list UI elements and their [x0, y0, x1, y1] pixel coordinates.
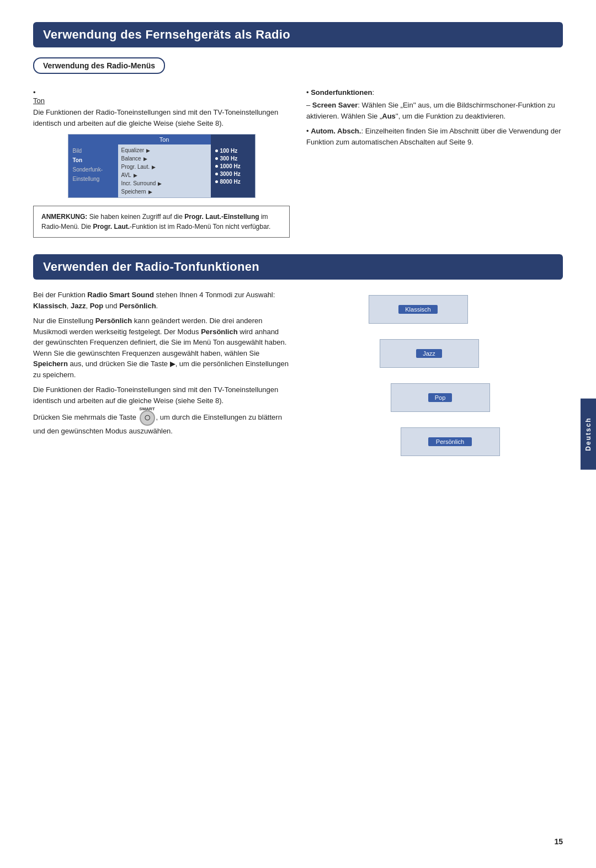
- menu-right-panel: 100 Hz 300 Hz 1000 Hz 3000 Hz 8000 Hz: [211, 135, 255, 197]
- menu-avl: AVL ▶: [121, 172, 207, 179]
- ton-bullet: Ton Die Funktionen der Radio-Toneinstell…: [33, 88, 290, 128]
- section2: Verwenden der Radio-Tonfunktionen Bei de…: [33, 254, 563, 471]
- menu-eq: Equalizer ▶: [121, 147, 207, 154]
- section2-para4: Drücken Sie mehrmals die Taste SMART ◯ ,…: [33, 410, 290, 437]
- menu-center-body: Equalizer ▶ Balance ▶ Progr. Laut. ▶ AVL…: [118, 144, 211, 197]
- menu-item-bild: Bild: [71, 147, 116, 155]
- menu-item-sonder: Sonderfunk-: [71, 165, 116, 174]
- card-jazz-label: Jazz: [416, 349, 442, 358]
- section2-title: Verwenden der Radio-Tonfunktionen: [33, 254, 563, 280]
- hz-8000: 8000 Hz: [215, 179, 251, 185]
- sonder-title: Sonderfunktionen:: [311, 88, 374, 97]
- section2-col-right: Klassisch Jazz Pop Persönlich: [306, 290, 563, 471]
- menu-item-ton: Ton: [71, 156, 116, 164]
- menu-screenshot: Bild Ton Sonderfunk- Einstellung Ton Equ…: [68, 134, 256, 198]
- menu-item-einst: Einstellung: [71, 175, 116, 183]
- section2-col-left: Bei der Funktion Radio Smart Sound stehe…: [33, 290, 290, 471]
- menu-center: Ton Equalizer ▶ Balance ▶ Progr. Laut. ▶…: [118, 135, 211, 197]
- section2-para3: Die Funktionen der Radio-Toneinstellunge…: [33, 384, 290, 406]
- menu-balance: Balance ▶: [121, 155, 207, 162]
- hz-3000: 3000 Hz: [215, 171, 251, 177]
- smart-label: SMART: [139, 406, 155, 412]
- card-pop-label: Pop: [428, 393, 453, 402]
- card-klassisch: Klassisch: [369, 295, 468, 324]
- section1: Verwendung des Fernsehgeräts als Radio V…: [33, 22, 563, 238]
- autom-absch-text: • Autom. Absch.: Einzelheiten finden Sie…: [306, 126, 563, 147]
- card-pop: Pop: [391, 383, 490, 412]
- side-tab-deutsch: Deutsch: [581, 398, 596, 469]
- menu-speichern: Speichern ▶: [121, 188, 207, 195]
- section2-para2: Nur die Einstellung Persönlich kann geän…: [33, 315, 290, 380]
- page-number: 15: [554, 837, 563, 846]
- card-personlich-label: Persönlich: [428, 437, 472, 446]
- card-personlich: Persönlich: [401, 427, 500, 456]
- section2-para1: Bei der Funktion Radio Smart Sound stehe…: [33, 290, 290, 311]
- card-jazz: Jazz: [380, 339, 479, 368]
- card-klassisch-label: Klassisch: [398, 305, 437, 314]
- section1-content: Ton Die Funktionen der Radio-Toneinstell…: [33, 88, 563, 238]
- section2-content: Bei der Funktion Radio Smart Sound stehe…: [33, 290, 563, 471]
- smart-button[interactable]: SMART ◯: [140, 410, 155, 426]
- hz-1000: 1000 Hz: [215, 163, 251, 169]
- ton-description: Die Funktionen der Radio-Toneinstellunge…: [33, 107, 290, 128]
- sonder-list: Sonderfunktionen:: [306, 88, 563, 97]
- menu-left-panel: Bild Ton Sonderfunk- Einstellung: [68, 135, 118, 197]
- hz-100: 100 Hz: [215, 148, 251, 154]
- section1-col-right: Sonderfunktionen: – Screen Saver: Wählen…: [306, 88, 563, 238]
- subsection-title: Verwendung des Radio-Menüs: [33, 57, 165, 74]
- smart-button-wrap: SMART ◯: [139, 410, 156, 426]
- menu-top-title: Ton: [118, 135, 211, 144]
- menu-surround: Incr. Surround ▶: [121, 180, 207, 187]
- tonmodi-stack: Klassisch Jazz Pop Persönlich: [369, 295, 501, 471]
- section1-title: Verwendung des Fernsehgeräts als Radio: [33, 22, 563, 47]
- note-box: ANMERKUNG: Sie haben keinen Zugriff auf …: [33, 206, 290, 238]
- section1-col-left: Ton Die Funktionen der Radio-Toneinstell…: [33, 88, 290, 238]
- screen-saver-text: – Screen Saver: Wählen Sie „Ein'' aus, u…: [306, 100, 563, 121]
- menu-laut: Progr. Laut. ▶: [121, 163, 207, 170]
- ton-label: Ton: [33, 97, 290, 105]
- note-anmerkung-label: ANMERKUNG: Sie haben keinen Zugriff auf …: [41, 213, 270, 231]
- page: Verwendung des Fernsehgeräts als Radio V…: [0, 0, 596, 868]
- hz-300: 300 Hz: [215, 156, 251, 162]
